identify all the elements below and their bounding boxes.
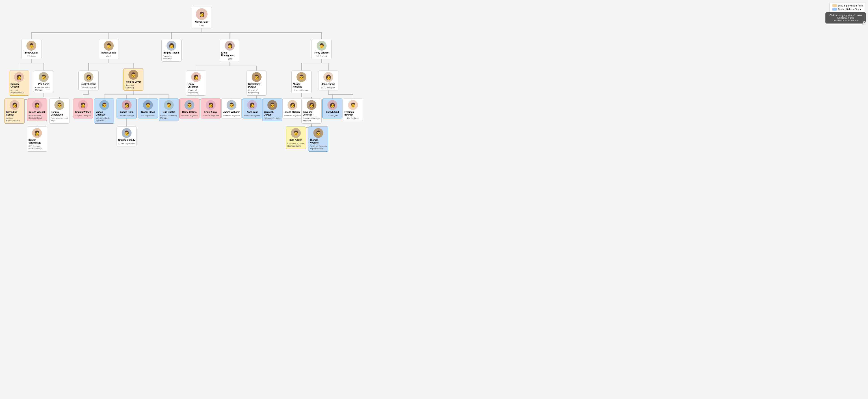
- node-shana[interactable]: 👩 Shana Maguire Software Engineer: [282, 99, 303, 119]
- node-camila[interactable]: 👩 Camila Hintz Content Manager: [117, 99, 137, 119]
- node-matteo[interactable]: 👨 Matteo Gobeaux Video Production Specia…: [94, 99, 114, 124]
- node-phil[interactable]: 👨 Phil Acres Enterprise Sales Manager: [34, 70, 54, 93]
- legend-feature-color: [832, 8, 837, 10]
- node-irwin[interactable]: 👨 Irwin Spinello CMO: [99, 39, 119, 59]
- node-laney[interactable]: 👩 Laney Christmas Director of Engineerin…: [186, 70, 206, 96]
- node-emily[interactable]: 👩 Emily Alday Software Engineer: [200, 99, 221, 119]
- legend-feature-item: Feature Release Team: [832, 8, 863, 10]
- node-bent[interactable]: 👨 Bent Grasha VP Sales: [21, 39, 41, 59]
- legend: Lead Improvement Team Feature Release Te…: [830, 2, 866, 13]
- node-dathyl[interactable]: 👩 Dathyl Judd UX Designer: [322, 99, 342, 119]
- node-jonis[interactable]: 👩 Jonis Thring Sr UX Designer: [318, 70, 338, 91]
- node-thomas[interactable]: 👨 Thomas Hopkins Customer Success Repres…: [308, 127, 328, 152]
- node-kyle[interactable]: 👨 Kyle Adams Customer Success Representa…: [286, 127, 306, 149]
- node-debby[interactable]: 👩 Debby Lethem Creative Director: [79, 70, 99, 91]
- node-freeman[interactable]: 👨 Freeman Beuhler UX Designer: [343, 99, 363, 121]
- org-chart: 👩 Norma Perry CEO 👨 Bent Grasha VP Sales…: [4, 4, 397, 157]
- node-bernadine[interactable]: 👩 Bernadine Godsell Account Representati…: [4, 99, 25, 124]
- node-erica[interactable]: 👩 Erica Romaguera CTO: [220, 39, 240, 62]
- node-ugo[interactable]: 👨 Ugo Duckit Product Marketing Manager: [159, 99, 179, 121]
- node-berkley[interactable]: 👨 Berkley Esherwood Enterprise Account R…: [49, 99, 69, 124]
- node-james[interactable]: 👨 James Webster Software Engineer: [221, 99, 242, 119]
- node-bartholemy[interactable]: 👨 Bartholemy Durgan Director of Engineer…: [247, 70, 267, 96]
- node-holmes[interactable]: 👨 Holmes Dever Director of Marketing: [123, 68, 144, 91]
- node-christian[interactable]: 👨 Christian Vandy Content Specialist: [117, 127, 137, 146]
- legend-lead-item: Lead Improvement Team: [832, 4, 863, 7]
- node-jeremiah[interactable]: 👨 Jeremiah Oakton Software Engineer: [262, 99, 282, 121]
- legend-feature-label: Feature Release Team: [838, 8, 861, 10]
- tooltip-title: Click to see group view of cross-functio…: [828, 14, 863, 19]
- legend-lead-color: [832, 4, 837, 7]
- node-anna[interactable]: 👩 Anna Yost Software Engineer: [242, 99, 262, 119]
- node-mickey[interactable]: 👨 Mickey Neilands Product Manager: [291, 70, 312, 93]
- legend-lead-label: Lead Improvement Team: [838, 4, 863, 7]
- node-dante[interactable]: 👨 Dante Collins Software Engineer: [179, 99, 199, 119]
- node-norma[interactable]: 👩 Norma Perry CEO: [192, 7, 212, 28]
- node-kendra[interactable]: 👩 Kendra Scrammage B2B Account Represent…: [27, 127, 47, 152]
- tooltip-subtitle: Hold Shift + ⌘ or Ctrl, then click: [828, 20, 863, 22]
- cross-functional-tooltip[interactable]: Click to see group view of cross-functio…: [826, 12, 866, 24]
- node-beyonce[interactable]: 👩 Beyonce Johnson Customer Success Manag…: [302, 99, 321, 124]
- cursor-icon: 🖱️: [862, 21, 867, 25]
- node-brigida[interactable]: 👩 Brigida Withey Graphic Designer: [73, 99, 93, 119]
- node-gianni[interactable]: 👨 Gianni Block SEO Specialist: [138, 99, 158, 119]
- node-bernelle[interactable]: 👩 Bernelle Godsell Account Representativ…: [9, 70, 29, 96]
- org-chart-container: 👩 Norma Perry CEO 👨 Bent Grasha VP Sales…: [0, 0, 868, 161]
- node-dorena[interactable]: 👩 Dorena Whebell Business Unit Represent…: [27, 99, 47, 121]
- node-birgitta[interactable]: 👩 Birgitta Rosoni Executive Secretary: [161, 39, 182, 62]
- node-percy[interactable]: 👨 Percy Veltman VP Product: [312, 39, 332, 59]
